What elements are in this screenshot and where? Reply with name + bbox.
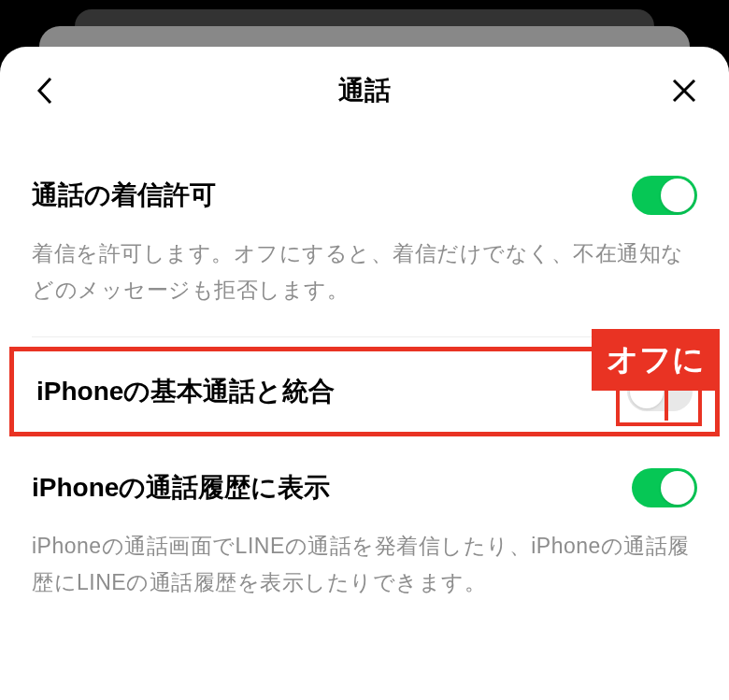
toggle-allow-incoming[interactable] xyxy=(632,176,697,215)
chevron-left-icon xyxy=(36,77,53,105)
setting-desc-bottom: iPhoneの通話画面でLINEの通話を発着信したり、iPhoneの通話履歴にL… xyxy=(0,528,729,629)
settings-panel: 通話 通話の着信許可 着信を許可します。オフにすると、着信だけでなく、不在通知な… xyxy=(0,47,729,700)
setting-show-in-history: iPhoneの通話履歴に表示 xyxy=(0,448,729,528)
back-button[interactable] xyxy=(30,76,60,106)
toggle-knob xyxy=(661,471,694,505)
setting-allow-incoming: 通話の着信許可 xyxy=(0,155,729,236)
header-bar: 通話 xyxy=(0,47,729,127)
annotation-callout: オフに xyxy=(592,329,720,391)
close-button[interactable] xyxy=(669,76,699,106)
toggle-knob xyxy=(661,179,694,212)
toggle-show-in-history[interactable] xyxy=(632,468,697,507)
page-title: 通話 xyxy=(338,73,391,108)
close-icon xyxy=(672,79,696,103)
setting-title-integrate-iphone: iPhoneの基本通話と統合 xyxy=(36,374,335,409)
setting-title-show-in-history: iPhoneの通話履歴に表示 xyxy=(32,470,330,506)
setting-desc-allow-incoming: 着信を許可します。オフにすると、着信だけでなく、不在通知などのメッセージも拒否し… xyxy=(0,236,729,336)
setting-title-allow-incoming: 通話の着信許可 xyxy=(32,178,216,213)
